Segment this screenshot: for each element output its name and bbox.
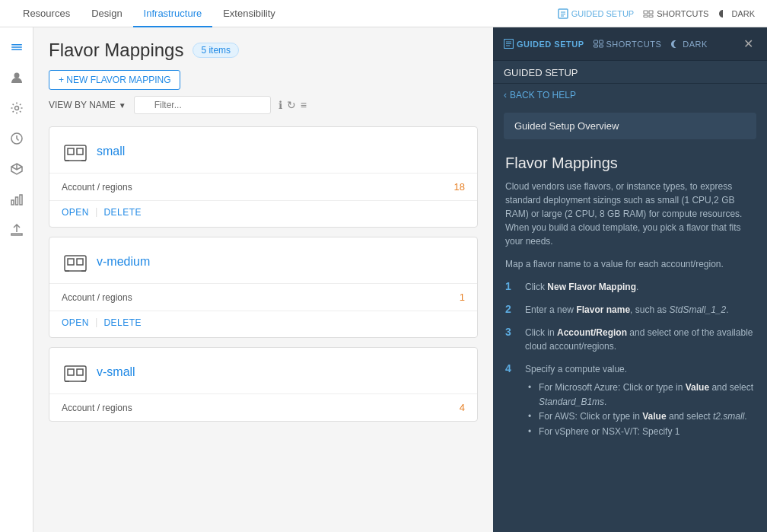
shortcuts-header-icon[interactable]: SHORTCUTS <box>594 39 662 49</box>
dark-label: DARK <box>683 40 708 49</box>
guided-content: Flavor Mappings Cloud vendors use flavor… <box>493 145 767 532</box>
nav-extensibility[interactable]: Extensibility <box>212 0 286 27</box>
sidebar-expand[interactable] <box>3 33 30 61</box>
guided-setup-nav[interactable]: GUIDED SETUP <box>558 8 635 19</box>
flavor-icon <box>62 138 89 165</box>
guided-title-bar: GUIDED SETUP <box>493 61 767 84</box>
flavor-icon-v-small <box>62 358 89 386</box>
new-flavor-mapping-button[interactable]: + NEW FLAVOR MAPPING <box>49 70 180 90</box>
dark-mode-header[interactable]: DARK <box>670 40 708 49</box>
view-by-label: VIEW BY NAME <box>49 100 116 110</box>
nav-infrastructure[interactable]: Infrastructure <box>133 0 213 27</box>
flavor-card-v-medium: v-medium Account / regions 1 OPEN | DELE… <box>49 237 478 338</box>
flavor-card-small: small Account / regions 18 OPEN | DELETE <box>49 126 478 228</box>
info-icon[interactable]: ℹ <box>278 99 282 111</box>
guided-title-text: GUIDED SETUP <box>504 67 578 78</box>
guided-steps: 1 Click New Flavor Mapping. 2 Enter a ne… <box>505 280 755 439</box>
svg-rect-7 <box>649 15 653 18</box>
shortcuts-header-icon-svg <box>594 39 603 49</box>
toolbar-icons: ℹ ↻ ≡ <box>278 99 307 111</box>
action-separator-v-medium: | <box>95 316 97 330</box>
filter-wrap: 🔍 <box>134 96 271 114</box>
svg-rect-15 <box>15 197 18 205</box>
step-text-2: Enter a new Flavor name, such as StdSmal… <box>525 303 729 317</box>
guided-section-title: Flavor Mappings <box>505 155 755 172</box>
sidebar-upload[interactable] <box>3 216 30 244</box>
upload-icon <box>10 223 24 237</box>
account-regions-value-v-medium: 1 <box>460 291 465 303</box>
step-num-3: 3 <box>505 326 517 338</box>
nav-resources[interactable]: Resources <box>12 0 81 27</box>
back-to-help-button[interactable]: ‹ BACK TO HELP <box>493 84 767 107</box>
guided-header-icons: GUIDED SETUP SHORTCUTS DARK <box>504 39 708 49</box>
guided-description: Cloud vendors use flavors, or instance t… <box>505 180 755 248</box>
list-area: small Account / regions 18 OPEN | DELETE <box>33 123 493 532</box>
list-view-icon[interactable]: ≡ <box>301 99 307 111</box>
bullet-vsphere: For vSphere or NSX-V/T: Specify 1 <box>528 425 755 439</box>
guided-setup-label: GUIDED SETUP <box>517 40 584 49</box>
step-num-4: 4 <box>505 362 517 374</box>
close-button[interactable]: ✕ <box>740 35 756 53</box>
flavor-actions-v-medium: OPEN | DELETE <box>49 311 477 337</box>
svg-rect-18 <box>68 148 74 155</box>
flavor-meta-v-small: Account / regions 4 <box>49 394 477 421</box>
chevron-left-icon: ‹ <box>504 90 507 100</box>
step-text-1: Click New Flavor Mapping. <box>525 280 638 294</box>
guided-setup-overview-button[interactable]: Guided Setup Overview <box>504 113 756 139</box>
svg-rect-28 <box>68 369 74 375</box>
svg-rect-39 <box>599 45 603 47</box>
flavor-card-v-small: v-small Account / regions 4 <box>49 347 478 422</box>
step-num-1: 1 <box>505 280 517 292</box>
svg-rect-23 <box>68 259 74 265</box>
guided-step-4: 4 Specify a compute value. For Microsoft… <box>505 362 755 439</box>
account-regions-value: 18 <box>454 181 465 193</box>
shortcuts-nav[interactable]: SHORTCUTS <box>643 8 708 19</box>
flavor-card-header-v-small: v-small <box>49 348 477 393</box>
bullet-azure: For Microsoft Azure: Click or type in Va… <box>528 381 755 409</box>
sidebar-clock[interactable] <box>3 125 30 152</box>
sidebar-chart[interactable] <box>3 186 30 213</box>
svg-rect-8 <box>11 44 22 46</box>
step-num-2: 2 <box>505 303 517 315</box>
shortcuts-label: SHORTCUTS <box>606 40 662 49</box>
svg-rect-38 <box>594 45 597 47</box>
svg-rect-9 <box>11 46 22 48</box>
open-button-v-medium[interactable]: OPEN <box>62 316 89 330</box>
back-label: BACK TO HELP <box>510 90 576 100</box>
nav-design[interactable]: Design <box>81 0 132 27</box>
guided-step-1: 1 Click New Flavor Mapping. <box>505 280 755 294</box>
page-title-row: Flavor Mappings 5 items <box>49 40 478 61</box>
guided-step-3: 3 Click in Account/Region and select one… <box>505 326 755 353</box>
svg-rect-4 <box>644 11 648 14</box>
items-badge: 5 items <box>193 43 239 58</box>
guided-map-desc: Map a flavor name to a value for each ac… <box>505 257 755 271</box>
svg-rect-16 <box>20 195 22 205</box>
delete-button-small[interactable]: DELETE <box>103 205 142 219</box>
refresh-icon[interactable]: ↻ <box>287 99 296 111</box>
sidebar-settings[interactable] <box>3 94 30 122</box>
open-button-small[interactable]: OPEN <box>62 205 89 219</box>
svg-rect-6 <box>644 15 648 18</box>
sidebar <box>0 27 33 532</box>
svg-rect-19 <box>77 148 83 155</box>
sidebar-cube[interactable] <box>3 155 30 183</box>
main-layout: Flavor Mappings 5 items + NEW FLAVOR MAP… <box>0 27 767 532</box>
svg-rect-10 <box>11 49 22 51</box>
flavor-name-v-small[interactable]: v-small <box>97 365 135 379</box>
svg-rect-24 <box>77 259 83 265</box>
dark-mode-toggle[interactable]: DARK <box>718 8 755 19</box>
expand-icon <box>11 41 23 53</box>
content-area: Flavor Mappings 5 items + NEW FLAVOR MAP… <box>33 27 493 532</box>
action-separator: | <box>95 205 97 219</box>
svg-rect-14 <box>11 200 14 205</box>
flavor-name-v-medium[interactable]: v-medium <box>97 255 150 269</box>
users-icon <box>10 71 24 84</box>
delete-button-v-medium[interactable]: DELETE <box>103 316 142 330</box>
shortcuts-icon <box>643 8 654 19</box>
view-by-dropdown[interactable]: VIEW BY NAME ▼ <box>49 97 126 113</box>
bullet-list: For Microsoft Azure: Click or type in Va… <box>525 381 755 439</box>
sidebar-users[interactable] <box>3 64 30 91</box>
flavor-name-small[interactable]: small <box>97 145 125 158</box>
filter-input[interactable] <box>134 96 271 114</box>
guided-setup-header-icon[interactable]: GUIDED SETUP <box>504 39 584 49</box>
